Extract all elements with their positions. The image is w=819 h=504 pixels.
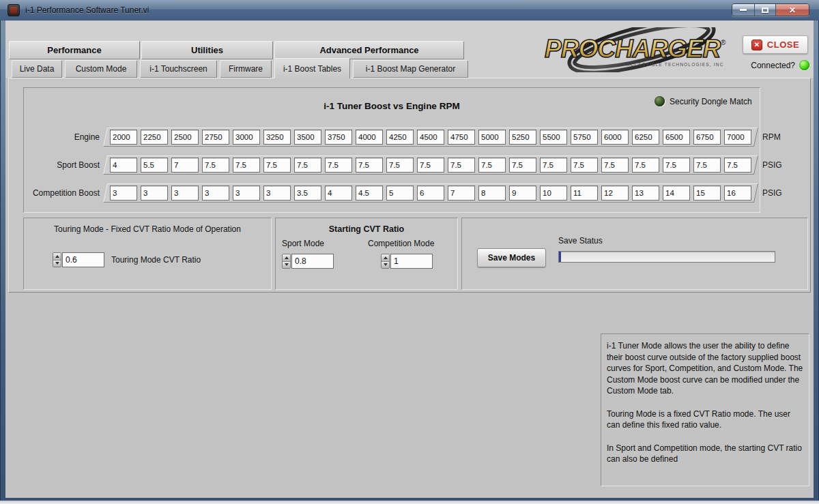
- competition-boost-cell-15[interactable]: 11: [571, 186, 598, 201]
- sport-boost-cell-9[interactable]: 7.5: [386, 158, 414, 173]
- maximize-button[interactable]: [755, 4, 776, 16]
- competition-cvt-field[interactable]: 1: [390, 254, 433, 269]
- down-arrow-icon: [384, 263, 388, 266]
- engine-cell-1[interactable]: 2250: [141, 130, 168, 145]
- competition-boost-cell-6[interactable]: 3.5: [294, 186, 321, 201]
- engine-cell-19[interactable]: 6750: [693, 130, 721, 145]
- engine-cell-3[interactable]: 2750: [202, 130, 229, 145]
- subtab-i-1-boost-tables[interactable]: i-1 Boost Tables: [274, 58, 350, 78]
- minimize-button[interactable]: [732, 4, 755, 16]
- window-bottom-edge: [0, 501, 819, 504]
- competition-boost-cell-4[interactable]: 3: [233, 186, 260, 201]
- engine-cell-2[interactable]: 2500: [171, 130, 199, 145]
- boost-row-sport-boost: Sport Boost45.577.57.57.57.57.57.57.57.5…: [24, 155, 819, 175]
- sport-boost-cell-5[interactable]: 7.5: [263, 158, 291, 173]
- sport-boost-cell-0[interactable]: 4: [110, 158, 137, 173]
- engine-cell-10[interactable]: 4500: [417, 130, 444, 145]
- sport-cvt-field[interactable]: 0.8: [291, 254, 334, 269]
- engine-cell-17[interactable]: 6250: [632, 130, 659, 145]
- sport-boost-cell-3[interactable]: 7.5: [202, 158, 229, 173]
- save-modes-button[interactable]: Save Modes: [477, 248, 546, 267]
- competition-boost-cell-1[interactable]: 3: [141, 186, 168, 201]
- competition-cvt-decrement[interactable]: [382, 262, 389, 269]
- engine-cell-6[interactable]: 3500: [294, 130, 321, 145]
- tab-advanced-performance[interactable]: Advanced Performance: [274, 41, 464, 59]
- sport-boost-cell-16[interactable]: 7.5: [601, 158, 629, 173]
- sport-boost-cell-2[interactable]: 7: [171, 158, 199, 173]
- sport-boost-cell-6[interactable]: 7.5: [294, 158, 321, 173]
- sport-boost-cell-20[interactable]: 7.5: [724, 158, 751, 173]
- competition-boost-cell-2[interactable]: 3: [171, 186, 199, 201]
- close-red-x-icon: ✕: [751, 40, 762, 50]
- competition-boost-cell-17[interactable]: 13: [632, 186, 659, 201]
- sport-boost-cell-18[interactable]: 7.5: [663, 158, 690, 173]
- competition-boost-cell-20[interactable]: 16: [724, 186, 751, 201]
- close-x-icon: ✕: [789, 5, 796, 15]
- competition-boost-cell-19[interactable]: 15: [693, 186, 721, 201]
- engine-cell-14[interactable]: 5500: [540, 130, 567, 145]
- window-close-button[interactable]: ✕: [776, 4, 809, 16]
- competition-boost-cell-10[interactable]: 6: [417, 186, 444, 201]
- tab-performance[interactable]: Performance: [9, 41, 140, 59]
- sport-boost-cell-14[interactable]: 7.5: [540, 158, 567, 173]
- sport-boost-cell-1[interactable]: 5.5: [141, 158, 168, 173]
- sport-cvt-decrement[interactable]: [283, 262, 290, 269]
- subtab-custom-mode[interactable]: Custom Mode: [65, 60, 137, 78]
- sport-boost-cell-7[interactable]: 7.5: [325, 158, 352, 173]
- engine-cell-7[interactable]: 3750: [325, 130, 352, 145]
- row-unit-engine: RPM: [762, 132, 781, 142]
- engine-cell-16[interactable]: 6000: [601, 130, 629, 145]
- competition-boost-cell-14[interactable]: 10: [540, 186, 567, 201]
- engine-cell-13[interactable]: 5250: [509, 130, 536, 145]
- subtab-firmware[interactable]: Firmware: [220, 60, 272, 78]
- engine-cell-11[interactable]: 4750: [448, 130, 475, 145]
- row-label-engine: Engine: [24, 132, 105, 142]
- touring-cvt-field[interactable]: 0.6: [62, 252, 104, 267]
- competition-boost-cell-0[interactable]: 3: [110, 186, 137, 201]
- engine-cell-0[interactable]: 2000: [110, 130, 137, 145]
- engine-cell-18[interactable]: 6500: [663, 130, 690, 145]
- competition-boost-cell-12[interactable]: 8: [478, 186, 506, 201]
- engine-cell-4[interactable]: 3000: [233, 130, 260, 145]
- sport-boost-cell-12[interactable]: 7.5: [478, 158, 506, 173]
- sport-boost-cell-15[interactable]: 7.5: [571, 158, 598, 173]
- competition-boost-cell-8[interactable]: 4.5: [356, 186, 383, 201]
- sport-boost-cell-13[interactable]: 7.5: [509, 158, 536, 173]
- engine-cell-12[interactable]: 5000: [478, 130, 506, 145]
- sport-boost-cell-17[interactable]: 7.5: [632, 158, 659, 173]
- sport-boost-cell-10[interactable]: 7.5: [417, 158, 444, 173]
- competition-boost-cell-18[interactable]: 14: [663, 186, 690, 201]
- engine-cell-8[interactable]: 4000: [356, 130, 383, 145]
- competition-cvt-increment[interactable]: [382, 254, 389, 262]
- tab-utilities[interactable]: Utilities: [141, 41, 273, 59]
- competition-boost-cell-13[interactable]: 9: [509, 186, 536, 201]
- window-content: PerformanceUtilitiesAdvanced Performance…: [5, 20, 814, 498]
- competition-boost-cell-5[interactable]: 3: [263, 186, 291, 201]
- sport-boost-cell-19[interactable]: 7.5: [693, 158, 721, 173]
- competition-boost-cell-16[interactable]: 12: [601, 186, 629, 201]
- row-strip-competition-boost: 3333333.544.55678910111213141516: [105, 183, 756, 203]
- engine-cell-15[interactable]: 5750: [571, 130, 598, 145]
- save-status-progress-bar: [558, 251, 775, 263]
- sport-boost-cell-4[interactable]: 7.5: [233, 158, 260, 173]
- engine-cell-5[interactable]: 3250: [263, 130, 291, 145]
- touring-cvt-decrement[interactable]: [53, 261, 61, 267]
- competition-boost-cell-7[interactable]: 4: [325, 186, 352, 201]
- sport-boost-cell-8[interactable]: 7.5: [356, 158, 383, 173]
- engine-cell-9[interactable]: 4250: [386, 130, 414, 145]
- subtab-i-1-touchscreen[interactable]: i-1 Touchscreen: [140, 60, 217, 78]
- app-window: i-1 Performance Software Tuner.vi ✕ Perf…: [0, 0, 819, 504]
- sport-boost-cell-11[interactable]: 7.5: [448, 158, 475, 173]
- touring-cvt-increment[interactable]: [53, 253, 61, 261]
- competition-boost-cell-9[interactable]: 5: [386, 186, 414, 201]
- subtab-i-1-boost-map-generator[interactable]: i-1 Boost Map Generator: [353, 60, 468, 78]
- engine-cell-20[interactable]: 7000: [724, 130, 751, 145]
- subtab-live-data[interactable]: Live Data: [12, 60, 62, 78]
- competition-boost-cell-11[interactable]: 7: [448, 186, 475, 201]
- competition-boost-cell-3[interactable]: 3: [202, 186, 229, 201]
- sport-cvt-increment[interactable]: [283, 254, 290, 262]
- row-label-sport-boost: Sport Boost: [24, 160, 105, 170]
- close-button[interactable]: ✕ CLOSE: [743, 35, 808, 54]
- progress-fill: [559, 252, 561, 262]
- starting-cvt-box: Starting CVT Ratio Sport Mode Competitio…: [275, 218, 458, 290]
